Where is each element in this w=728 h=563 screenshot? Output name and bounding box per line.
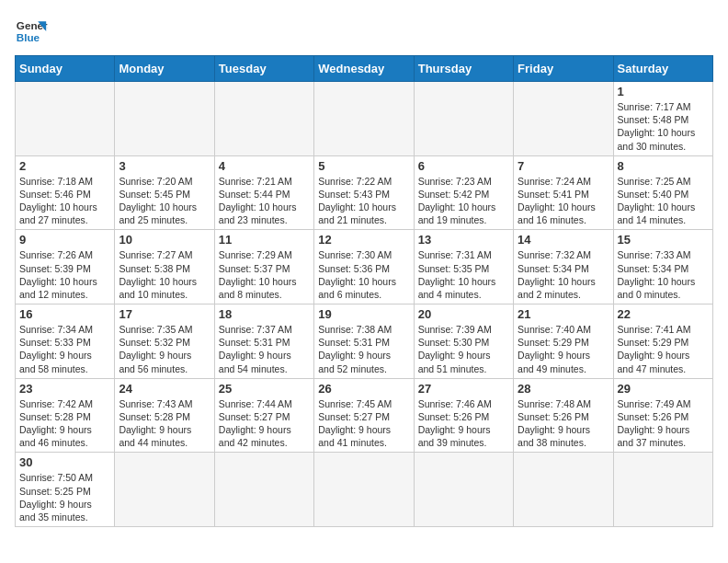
day-info: Sunrise: 7:30 AM Sunset: 5:36 PM Dayligh… (318, 248, 409, 301)
day-number: 11 (219, 233, 310, 247)
calendar-cell: 16Sunrise: 7:34 AM Sunset: 5:33 PM Dayli… (16, 304, 115, 379)
calendar-cell (115, 453, 214, 527)
day-info: Sunrise: 7:17 AM Sunset: 5:48 PM Dayligh… (618, 100, 709, 153)
day-number: 19 (318, 307, 409, 321)
day-info: Sunrise: 7:29 AM Sunset: 5:37 PM Dayligh… (219, 248, 310, 301)
calendar-cell (414, 82, 513, 156)
day-number: 18 (219, 307, 310, 321)
calendar-cell: 13Sunrise: 7:31 AM Sunset: 5:35 PM Dayli… (414, 230, 513, 304)
calendar-cell: 12Sunrise: 7:30 AM Sunset: 5:36 PM Dayli… (314, 230, 414, 304)
day-number: 3 (119, 159, 210, 173)
calendar-cell: 1Sunrise: 7:17 AM Sunset: 5:48 PM Daylig… (613, 82, 712, 156)
day-number: 8 (618, 159, 709, 173)
calendar-cell: 15Sunrise: 7:33 AM Sunset: 5:34 PM Dayli… (613, 230, 712, 304)
day-number: 23 (19, 382, 110, 396)
calendar-cell: 21Sunrise: 7:40 AM Sunset: 5:29 PM Dayli… (514, 304, 613, 379)
calendar-cell (514, 82, 613, 156)
day-number: 22 (618, 307, 709, 321)
day-number: 29 (618, 382, 709, 396)
day-info: Sunrise: 7:24 AM Sunset: 5:41 PM Dayligh… (518, 175, 609, 227)
calendar-cell: 4Sunrise: 7:21 AM Sunset: 5:44 PM Daylig… (214, 155, 313, 230)
week-row-2: 9Sunrise: 7:26 AM Sunset: 5:39 PM Daylig… (16, 230, 713, 304)
calendar-cell: 10Sunrise: 7:27 AM Sunset: 5:38 PM Dayli… (115, 230, 214, 304)
calendar-cell: 23Sunrise: 7:42 AM Sunset: 5:28 PM Dayli… (16, 378, 115, 453)
day-number: 21 (518, 307, 609, 321)
day-info: Sunrise: 7:39 AM Sunset: 5:30 PM Dayligh… (418, 323, 509, 375)
calendar-cell: 26Sunrise: 7:45 AM Sunset: 5:27 PM Dayli… (314, 378, 414, 453)
day-number: 12 (318, 233, 409, 247)
weekday-header-monday: Monday (115, 56, 214, 82)
day-info: Sunrise: 7:25 AM Sunset: 5:40 PM Dayligh… (618, 175, 709, 227)
calendar-cell (16, 82, 115, 156)
day-info: Sunrise: 7:41 AM Sunset: 5:29 PM Dayligh… (618, 323, 709, 375)
day-info: Sunrise: 7:31 AM Sunset: 5:35 PM Dayligh… (418, 248, 509, 301)
day-number: 9 (19, 233, 110, 247)
calendar-cell: 19Sunrise: 7:38 AM Sunset: 5:31 PM Dayli… (314, 304, 414, 379)
day-number: 20 (418, 307, 509, 321)
day-number: 16 (19, 307, 110, 321)
calendar-cell (613, 453, 712, 527)
weekday-header-sunday: Sunday (16, 56, 115, 82)
calendar-cell (214, 82, 313, 156)
day-info: Sunrise: 7:45 AM Sunset: 5:27 PM Dayligh… (318, 397, 409, 450)
day-info: Sunrise: 7:44 AM Sunset: 5:27 PM Dayligh… (219, 397, 310, 450)
day-number: 2 (19, 159, 110, 173)
day-number: 27 (418, 382, 509, 396)
day-info: Sunrise: 7:33 AM Sunset: 5:34 PM Dayligh… (618, 248, 709, 301)
calendar-cell: 3Sunrise: 7:20 AM Sunset: 5:45 PM Daylig… (115, 155, 214, 230)
calendar-cell: 6Sunrise: 7:23 AM Sunset: 5:42 PM Daylig… (414, 155, 513, 230)
weekday-header-saturday: Saturday (613, 56, 712, 82)
day-number: 14 (518, 233, 609, 247)
day-info: Sunrise: 7:23 AM Sunset: 5:42 PM Dayligh… (418, 175, 509, 227)
svg-text:Blue: Blue (17, 31, 40, 43)
logo-icon: General Blue (15, 15, 48, 48)
week-row-5: 30Sunrise: 7:50 AM Sunset: 5:25 PM Dayli… (16, 453, 713, 527)
calendar-cell (514, 453, 613, 527)
calendar-cell: 18Sunrise: 7:37 AM Sunset: 5:31 PM Dayli… (214, 304, 313, 379)
calendar-cell (115, 82, 214, 156)
calendar-cell: 17Sunrise: 7:35 AM Sunset: 5:32 PM Dayli… (115, 304, 214, 379)
calendar-cell: 11Sunrise: 7:29 AM Sunset: 5:37 PM Dayli… (214, 230, 313, 304)
day-info: Sunrise: 7:38 AM Sunset: 5:31 PM Dayligh… (318, 323, 409, 375)
day-info: Sunrise: 7:21 AM Sunset: 5:44 PM Dayligh… (219, 175, 310, 227)
weekday-header-tuesday: Tuesday (214, 56, 313, 82)
weekday-header-friday: Friday (514, 56, 613, 82)
day-number: 10 (119, 233, 210, 247)
weekday-header-wednesday: Wednesday (314, 56, 414, 82)
day-number: 4 (219, 159, 310, 173)
day-info: Sunrise: 7:18 AM Sunset: 5:46 PM Dayligh… (19, 175, 110, 227)
day-number: 24 (119, 382, 210, 396)
day-number: 13 (418, 233, 509, 247)
calendar-cell: 25Sunrise: 7:44 AM Sunset: 5:27 PM Dayli… (214, 378, 313, 453)
day-info: Sunrise: 7:48 AM Sunset: 5:26 PM Dayligh… (518, 397, 609, 450)
day-info: Sunrise: 7:37 AM Sunset: 5:31 PM Dayligh… (219, 323, 310, 375)
day-info: Sunrise: 7:34 AM Sunset: 5:33 PM Dayligh… (19, 323, 110, 375)
week-row-0: 1Sunrise: 7:17 AM Sunset: 5:48 PM Daylig… (16, 82, 713, 156)
calendar-cell: 22Sunrise: 7:41 AM Sunset: 5:29 PM Dayli… (613, 304, 712, 379)
calendar-cell: 28Sunrise: 7:48 AM Sunset: 5:26 PM Dayli… (514, 378, 613, 453)
calendar-cell (314, 453, 414, 527)
calendar-cell: 9Sunrise: 7:26 AM Sunset: 5:39 PM Daylig… (16, 230, 115, 304)
calendar-cell: 20Sunrise: 7:39 AM Sunset: 5:30 PM Dayli… (414, 304, 513, 379)
header: General Blue (15, 15, 713, 48)
day-number: 5 (318, 159, 409, 173)
weekday-header-row: SundayMondayTuesdayWednesdayThursdayFrid… (16, 56, 713, 82)
calendar-cell (414, 453, 513, 527)
day-info: Sunrise: 7:42 AM Sunset: 5:28 PM Dayligh… (19, 397, 110, 450)
calendar-cell: 24Sunrise: 7:43 AM Sunset: 5:28 PM Dayli… (115, 378, 214, 453)
day-info: Sunrise: 7:26 AM Sunset: 5:39 PM Dayligh… (19, 248, 110, 301)
day-number: 25 (219, 382, 310, 396)
week-row-3: 16Sunrise: 7:34 AM Sunset: 5:33 PM Dayli… (16, 304, 713, 379)
day-number: 30 (19, 455, 110, 469)
day-number: 6 (418, 159, 509, 173)
calendar-cell (314, 82, 414, 156)
logo: General Blue (15, 15, 48, 48)
week-row-1: 2Sunrise: 7:18 AM Sunset: 5:46 PM Daylig… (16, 155, 713, 230)
day-info: Sunrise: 7:43 AM Sunset: 5:28 PM Dayligh… (119, 397, 210, 450)
day-info: Sunrise: 7:32 AM Sunset: 5:34 PM Dayligh… (518, 248, 609, 301)
calendar-cell: 8Sunrise: 7:25 AM Sunset: 5:40 PM Daylig… (613, 155, 712, 230)
calendar-cell: 14Sunrise: 7:32 AM Sunset: 5:34 PM Dayli… (514, 230, 613, 304)
day-number: 17 (119, 307, 210, 321)
day-info: Sunrise: 7:50 AM Sunset: 5:25 PM Dayligh… (19, 471, 110, 523)
day-number: 7 (518, 159, 609, 173)
